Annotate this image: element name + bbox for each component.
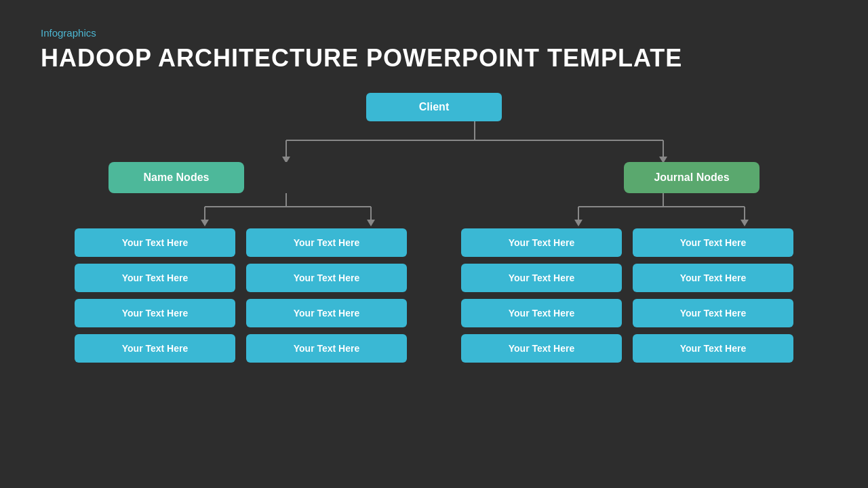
list-item: Your Text Here: [461, 264, 622, 292]
journal-nodes-node: Journal Nodes: [624, 162, 760, 193]
list-item: Your Text Here: [461, 228, 622, 257]
main-title: HADOOP ARCHITECTURE POWERPOINT TEMPLATE: [41, 44, 827, 73]
list-item: Your Text Here: [75, 299, 235, 327]
list-item: Your Text Here: [633, 299, 793, 327]
list-item: Your Text Here: [633, 334, 793, 363]
client-node: Client: [366, 93, 502, 121]
category-label: Infographics: [41, 27, 827, 39]
list-item: Your Text Here: [246, 264, 407, 292]
connector-second: [41, 193, 827, 228]
list-item: Your Text Here: [246, 228, 407, 257]
svg-marker-15: [574, 220, 583, 226]
svg-marker-9: [201, 220, 209, 226]
name-nodes-group: Your Text Here Your Text Here Your Text …: [41, 228, 427, 363]
client-row: Client: [41, 93, 827, 121]
svg-marker-17: [741, 220, 749, 226]
list-item: Your Text Here: [75, 264, 235, 292]
list-item: Your Text Here: [75, 334, 235, 363]
page-container: Infographics HADOOP ARCHITECTURE POWERPO…: [0, 0, 868, 488]
left-col2: Your Text Here Your Text Here Your Text …: [246, 228, 407, 363]
list-item: Your Text Here: [461, 334, 622, 363]
list-item: Your Text Here: [461, 299, 622, 327]
list-item: Your Text Here: [246, 299, 407, 327]
name-nodes-node: Name Nodes: [108, 162, 244, 193]
list-item: Your Text Here: [633, 228, 793, 257]
connector-client: [41, 121, 827, 162]
svg-marker-11: [367, 220, 375, 226]
right-col1: Your Text Here Your Text Here Your Text …: [461, 228, 622, 363]
data-section: Your Text Here Your Text Here Your Text …: [41, 228, 827, 363]
second-row: Name Nodes Journal Nodes: [41, 162, 827, 193]
list-item: Your Text Here: [75, 228, 235, 257]
list-item: Your Text Here: [633, 264, 793, 292]
diagram-area: Client Name Nodes Journal Nodes: [41, 93, 827, 363]
list-item: Your Text Here: [246, 334, 407, 363]
right-col2: Your Text Here Your Text Here Your Text …: [633, 228, 793, 363]
svg-marker-3: [282, 157, 290, 162]
journal-nodes-group: Your Text Here Your Text Here Your Text …: [441, 228, 827, 363]
svg-marker-5: [659, 157, 667, 162]
left-col1: Your Text Here Your Text Here Your Text …: [75, 228, 235, 363]
